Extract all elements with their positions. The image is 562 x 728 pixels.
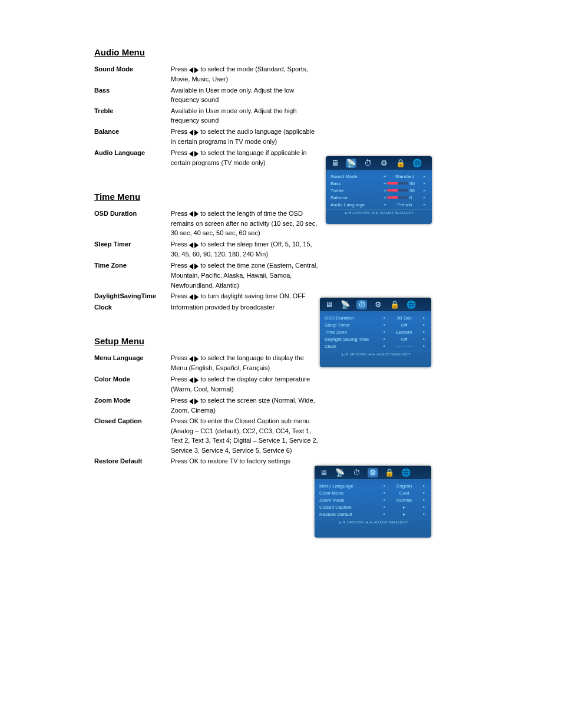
menu-item-label: Restore Default <box>94 456 171 466</box>
menu-item-desc: Press to select the time zone (Eastern, … <box>171 261 318 290</box>
right-arrow-icon: ▸ <box>422 330 427 334</box>
left-arrow-icon: ◂ <box>382 512 386 516</box>
menu-item-label: Sleep Timer <box>94 239 171 259</box>
right-arrow-icon: ▸ <box>422 188 427 193</box>
osd-row-label: Time Zone <box>325 330 382 335</box>
left-arrow-icon: ◂ <box>382 490 386 495</box>
osd-row-value: Off <box>386 322 422 328</box>
lock-icon: 🔒 <box>384 468 395 477</box>
menu-item-row: Closed CaptionPress OK to enter the Clos… <box>94 416 491 455</box>
right-arrow-icon: ▸ <box>422 315 427 320</box>
osd-row-label: Closed Caption <box>319 505 382 510</box>
menu-item-row: Menu LanguagePress to select the languag… <box>94 353 491 373</box>
osd-row-value: Normal <box>386 498 422 503</box>
osd-row-label: OSD Duration <box>325 315 382 321</box>
monitor-icon: 🖥 <box>323 300 334 309</box>
osd-row-value: ▸ <box>386 512 422 517</box>
time-menu-screenshot: 🖥📡⏱⚙🔒🌐 OSD Duration◂30 Sec▸Sleep Timer◂O… <box>320 298 431 367</box>
osd-row-value: 0 <box>387 195 422 200</box>
left-arrow-icon: ◂ <box>382 174 387 179</box>
menu-item-label: Color Mode <box>94 374 171 394</box>
osd-row: Time Zone◂Eastern▸ <box>325 328 427 335</box>
osd-row: Bass◂50▸ <box>330 180 427 187</box>
menu-item-label: DaylightSavingTime <box>94 291 171 301</box>
left-right-arrows-icon <box>189 127 199 137</box>
clock-icon: ⏱ <box>362 159 373 168</box>
osd-row-value: English <box>386 483 422 489</box>
menu-item-label: Menu Language <box>94 353 171 373</box>
osd-tab-bar: 🖥📡⏱⚙🔒🌐 <box>320 298 431 312</box>
left-right-arrows-icon <box>189 396 199 406</box>
left-right-arrows-icon <box>189 292 199 302</box>
left-arrow-icon: ◂ <box>382 195 387 200</box>
clock-icon: ⏱ <box>351 468 362 477</box>
right-arrow-icon: ▸ <box>422 483 427 488</box>
menu-item-row: Color ModePress to select the display co… <box>94 374 491 394</box>
right-arrow-icon: ▸ <box>422 337 427 341</box>
menu-item-row: Time ZonePress to select the time zone (… <box>94 261 491 290</box>
left-right-arrows-icon <box>189 375 199 385</box>
osd-row-label: Restore Default <box>319 512 382 517</box>
menu-item-desc: Press OK to enter the Closed Caption sub… <box>171 416 318 455</box>
osd-tab-bar: 🖥📡⏱⚙🔒🌐 <box>315 466 431 480</box>
osd-row-value: Standard <box>387 174 422 179</box>
osd-row-value: Cool <box>386 490 422 496</box>
right-arrow-icon: ▸ <box>422 181 427 186</box>
osd-row-label: Clock <box>325 344 382 349</box>
menu-item-desc: Information provided by broadcaster <box>171 302 318 312</box>
osd-row: Clock◂--:-- -- ----▸ <box>325 342 427 350</box>
dish-icon: 📡 <box>335 468 345 477</box>
osd-row: Sound Mode◂Standard▸ <box>330 173 427 180</box>
right-arrow-icon: ▸ <box>422 512 427 516</box>
left-arrow-icon: ◂ <box>382 315 386 320</box>
menu-item-desc: Press to select the mode (Standard, Spor… <box>171 64 318 84</box>
osd-row: OSD Duration◂30 Sec▸ <box>325 314 427 321</box>
osd-row: Color Mode◂Cool▸ <box>319 489 427 496</box>
osd-row: Menu Language◂English▸ <box>319 482 427 489</box>
osd-row-value: 50 <box>387 181 422 186</box>
osd-row-label: Audio Language <box>330 202 382 207</box>
left-arrow-icon: ◂ <box>382 483 386 488</box>
osd-row-value: Eastern <box>386 330 422 335</box>
menu-item-row: BassAvailable in User mode only. Adjust … <box>94 85 491 105</box>
osd-row-value: --:-- -- ---- <box>386 344 422 349</box>
osd-row-label: Balance <box>330 195 382 200</box>
left-arrow-icon: ◂ <box>382 202 387 207</box>
clock-icon: ⏱ <box>356 300 367 309</box>
audio-menu-screenshot: 🖥📡⏱⚙🔒🌐 Sound Mode◂Standard▸Bass◂50▸Trebl… <box>326 156 432 224</box>
osd-row-value: 50 <box>387 188 422 193</box>
osd-tab-bar: 🖥📡⏱⚙🔒🌐 <box>326 156 432 170</box>
left-arrow-icon: ◂ <box>382 330 386 334</box>
left-arrow-icon: ◂ <box>382 344 386 348</box>
menu-section: Audio MenuSound ModePress to select the … <box>94 47 491 168</box>
osd-row: Daylight Saving Time◂Off▸ <box>325 335 427 342</box>
menu-item-row: BalancePress to select the audio languag… <box>94 127 491 147</box>
osd-row-value: 30 Sec <box>386 315 422 321</box>
menu-item-desc: Available in User mode only. Adjust the … <box>171 85 318 105</box>
menu-item-desc: Press OK to restore TV to factory settin… <box>171 456 318 466</box>
left-arrow-icon: ◂ <box>382 505 386 509</box>
osd-row-label: Daylight Saving Time <box>325 337 382 342</box>
left-right-arrows-icon <box>189 65 199 75</box>
menu-item-label: Bass <box>94 85 171 105</box>
right-arrow-icon: ▸ <box>422 505 427 509</box>
right-arrow-icon: ▸ <box>422 498 427 502</box>
menu-item-label: Sound Mode <box>94 64 171 84</box>
dish-icon: 📡 <box>340 300 351 309</box>
osd-row: Restore Default◂▸▸ <box>319 510 427 518</box>
osd-row-label: Sleep Timer <box>325 322 382 328</box>
menu-item-row: Restore DefaultPress OK to restore TV to… <box>94 456 491 466</box>
osd-row-value: French <box>387 202 422 207</box>
page-content: Audio MenuSound ModePress to select the … <box>0 0 562 513</box>
osd-row-label: Sound Mode <box>330 174 382 179</box>
osd-row-label: Zoom Mode <box>319 498 382 503</box>
osd-footer: ▲/▼:UP/DOWN ◄/►:ADJUST MENU:EXIT <box>326 209 432 217</box>
right-arrow-icon: ▸ <box>422 322 427 327</box>
menu-item-row: Zoom ModePress to select the screen size… <box>94 396 491 416</box>
menu-item-row: ClockInformation provided by broadcaster <box>94 302 491 312</box>
menu-item-label: Zoom Mode <box>94 396 171 416</box>
osd-row: Closed Caption◂▸▸ <box>319 503 427 510</box>
lock-icon: 🔒 <box>395 159 406 168</box>
globe-icon: 🌐 <box>401 468 411 477</box>
section-title: Setup Menu <box>94 336 491 346</box>
